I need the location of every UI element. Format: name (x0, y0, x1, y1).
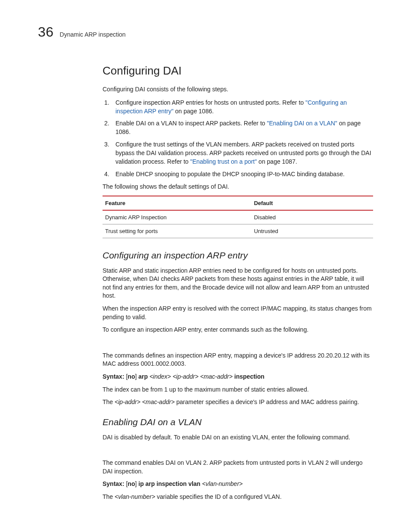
table-row: Dynamic ARP Inspection Disabled (103, 210, 373, 224)
syntax-label: Syntax: (103, 373, 125, 380)
table-header-feature: Feature (103, 196, 251, 210)
chapter-number: 36 (38, 24, 54, 40)
syntax-param: <index> <ip-addr> <mac-addr> (148, 373, 234, 380)
body-paragraph: The command enables DAI on VLAN 2. ARP p… (103, 459, 373, 476)
syntax-keyword: inspection (234, 373, 265, 380)
syntax-keyword: no (128, 373, 135, 380)
syntax-label: Syntax: (103, 480, 125, 487)
syntax-param: <vlan-number> (200, 480, 243, 487)
table-header-default: Default (251, 196, 373, 210)
syntax-keyword: ip arp inspection vlan (138, 480, 200, 487)
body-paragraph: Static ARP and static inspection ARP ent… (103, 267, 373, 300)
step-item: Configure inspection ARP entries for hos… (103, 98, 373, 116)
subsection-title: Enabling DAI on a VLAN (103, 417, 373, 427)
defaults-table: Feature Default Dynamic ARP Inspection D… (103, 196, 373, 238)
table-cell-feature: Dynamic ARP Inspection (103, 210, 251, 224)
content-column: Configuring DAI Configuring DAI consists… (103, 64, 373, 501)
steps-list: Configure inspection ARP entries for hos… (103, 98, 373, 178)
step-text: on page 1086. (174, 108, 214, 115)
step-item: Enable DHCP snooping to populate the DHC… (103, 170, 373, 178)
syntax-keyword: arp (138, 373, 148, 380)
table-row: Trust setting for ports Untrusted (103, 224, 373, 238)
text: variable specifies the ID of a configure… (155, 493, 281, 500)
step-item: Configure the trust settings of the VLAN… (103, 140, 373, 166)
page: 36 Dynamic ARP inspection Configuring DA… (0, 0, 411, 532)
step-item: Enable DAI on a VLAN to inspect ARP pack… (103, 119, 373, 137)
syntax-line: Syntax: [no] arp <index> <ip-addr> <mac-… (103, 373, 373, 381)
chapter-label: Dynamic ARP inspection (60, 31, 126, 38)
text: parameter specifies a device's IP addres… (174, 398, 359, 405)
body-paragraph: When the inspection ARP entry is resolve… (103, 305, 373, 321)
body-paragraph: The index can be from 1 up to the maximu… (103, 386, 373, 394)
intro-paragraph: Configuring DAI consists of the followin… (103, 85, 373, 94)
spacer (103, 339, 373, 352)
defaults-intro: The following shows the default settings… (103, 183, 373, 191)
text: The (103, 493, 115, 500)
body-paragraph: DAI is disabled by default. To enable DA… (103, 433, 373, 442)
body-paragraph: The <ip-addr> <mac-addr> parameter speci… (103, 398, 373, 407)
step-text: Enable DAI on a VLAN to inspect ARP pack… (115, 120, 267, 127)
body-paragraph: The commands defines an inspection ARP e… (103, 352, 373, 368)
table-cell-default: Disabled (251, 210, 373, 224)
xref-link[interactable]: "Enabling trust on a port" (190, 158, 257, 165)
param-text: <vlan-number> (115, 493, 155, 500)
step-text: Enable DHCP snooping to populate the DHC… (115, 171, 345, 177)
text: The (103, 398, 115, 405)
table-cell-feature: Trust setting for ports (103, 224, 251, 238)
table-cell-default: Untrusted (251, 224, 373, 238)
section-title: Configuring DAI (103, 64, 373, 78)
syntax-keyword: no (128, 480, 135, 487)
body-paragraph: The <vlan-number> variable specifies the… (103, 493, 373, 501)
running-header: 36 Dynamic ARP inspection (38, 24, 373, 40)
step-text: Configure inspection ARP entries for hos… (115, 99, 305, 106)
spacer (103, 446, 373, 459)
param-text: <ip-addr> <mac-addr> (115, 398, 174, 405)
subsection-title: Configuring an inspection ARP entry (103, 250, 373, 261)
step-text: on page 1087. (257, 158, 297, 165)
xref-link[interactable]: "Enabling DAI on a VLAN" (267, 120, 337, 127)
syntax-line: Syntax: [no] ip arp inspection vlan <vla… (103, 480, 373, 488)
body-paragraph: To configure an inspection ARP entry, en… (103, 326, 373, 334)
